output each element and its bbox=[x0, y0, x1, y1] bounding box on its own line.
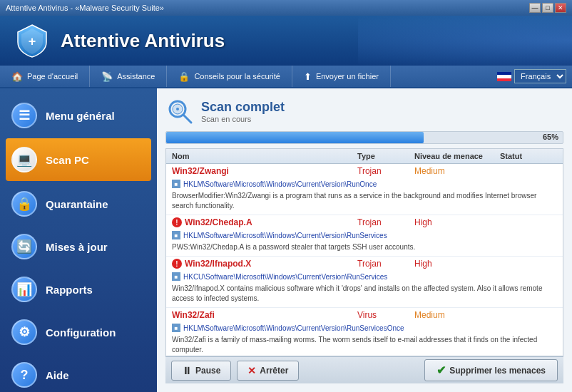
sidebar-label-updates: Mises à jour bbox=[46, 241, 108, 253]
nav-assistance-label: Assistance bbox=[117, 72, 155, 81]
registry-path: HKCU\Software\Microsoft\Windows\CurrentV… bbox=[183, 273, 387, 281]
nav-assistance[interactable]: 📡 Assistance bbox=[90, 66, 167, 87]
sidebar-label-config: Configuration bbox=[46, 326, 116, 339]
close-button[interactable]: ✕ bbox=[555, 3, 566, 13]
threat-name-row[interactable]: Win32/Zafi Virus Medium bbox=[166, 308, 563, 322]
scan-subtitle: Scan en cours bbox=[201, 115, 285, 123]
maximize-button[interactable]: □ bbox=[542, 3, 553, 13]
sidebar-item-help[interactable]: ? Aide bbox=[0, 354, 157, 392]
registry-icon: ■ bbox=[172, 231, 180, 239]
threat-level: Medium bbox=[414, 166, 500, 176]
registry-icon: ■ bbox=[172, 272, 180, 281]
threat-type: Trojan bbox=[357, 259, 414, 269]
threat-name: Win32/Zwangi bbox=[172, 166, 357, 176]
threat-level: High bbox=[414, 259, 500, 269]
window-controls: — □ ✕ bbox=[529, 3, 566, 13]
shield-icon: + bbox=[14, 23, 50, 58]
sidebar-label-help: Aide bbox=[46, 369, 69, 381]
title-bar: Attentive Antivirus - «Malware Security … bbox=[0, 0, 572, 16]
pause-icon: ⏸ bbox=[182, 365, 192, 376]
nav-home[interactable]: 🏠 Page d'accueil bbox=[0, 66, 90, 87]
threat-registry: ■ HKLM\Software\Microsoft\Windows\Curren… bbox=[166, 178, 563, 190]
menu-general-icon: ☰ bbox=[11, 103, 37, 128]
threat-table: Nom Type Niveau de menace Statut Win32/Z… bbox=[165, 148, 563, 356]
col-level: Niveau de menace bbox=[414, 152, 500, 160]
check-icon: ✔ bbox=[436, 363, 446, 377]
registry-icon: ■ bbox=[172, 324, 180, 332]
registry-path: HKLM\Software\Microsoft\Windows\CurrentV… bbox=[183, 232, 387, 239]
svg-point-4 bbox=[176, 108, 179, 110]
sidebar-item-menu-general[interactable]: ☰ Menu général bbox=[0, 94, 157, 137]
action-bar: ⏸ Pause ✕ Arrêter ✔ Supprimer les menace… bbox=[165, 356, 563, 383]
nav-send-label: Envoyer un fichier bbox=[316, 72, 379, 81]
col-status: Statut bbox=[500, 152, 557, 160]
threat-registry: ■ HKCU\Software\Microsoft\Windows\Curren… bbox=[166, 271, 563, 282]
sidebar-label-reports: Rapports bbox=[46, 284, 93, 296]
threat-name: Win32/Ifnapod.X bbox=[185, 259, 251, 269]
right-panel: Scan complet Scan en cours 65% Nom Type … bbox=[157, 88, 572, 392]
language-dropdown[interactable]: Français English bbox=[514, 69, 566, 83]
window-title: Attentive Antivirus - «Malware Security … bbox=[6, 4, 164, 12]
col-name: Nom bbox=[172, 152, 357, 160]
alert-name-group: ! Win32/Ifnapod.X bbox=[172, 259, 357, 269]
scan-title-group: Scan complet Scan en cours bbox=[201, 100, 285, 123]
reports-icon: 📊 bbox=[11, 277, 37, 302]
registry-path: HKLM\Software\Microsoft\Windows\CurrentV… bbox=[183, 324, 404, 332]
sidebar-label-quarantine: Quarantaine bbox=[46, 198, 108, 210]
table-header: Nom Type Niveau de menace Statut bbox=[166, 149, 563, 164]
config-icon: ⚙ bbox=[11, 319, 37, 345]
threat-description: Win32/Zafi is a family of mass-mailing w… bbox=[166, 334, 563, 356]
stop-button[interactable]: ✕ Arrêter bbox=[237, 361, 299, 381]
threat-name-row[interactable]: ! Win32/Ifnapod.X Trojan High bbox=[166, 257, 563, 271]
scan-header: Scan complet Scan en cours bbox=[165, 97, 563, 125]
language-selector[interactable]: Français English bbox=[491, 66, 572, 87]
scan-title: Scan complet bbox=[201, 100, 285, 115]
threat-name: Win32/Chedap.A bbox=[185, 217, 252, 227]
app-header: + Attentive Antivirus bbox=[0, 16, 572, 66]
minimize-button[interactable]: — bbox=[529, 3, 541, 13]
pause-label: Pause bbox=[195, 366, 220, 376]
threat-name-row[interactable]: Win32/Zwangi Trojan Medium bbox=[166, 164, 563, 178]
threat-registry: ■ HKLM\Software\Microsoft\Windows\Curren… bbox=[166, 322, 563, 334]
threat-registry: ■ HKLM\Software\Microsoft\Windows\Curren… bbox=[166, 229, 563, 241]
threat-type: Trojan bbox=[357, 217, 414, 227]
scan-icon bbox=[165, 97, 194, 125]
progress-label: 65% bbox=[543, 133, 558, 141]
updates-icon: 🔄 bbox=[11, 234, 37, 259]
suppress-label: Supprimer les menaces bbox=[449, 366, 546, 376]
threat-description: BrowserModifier:Win32/Zwangi is a progra… bbox=[166, 190, 563, 215]
main-content: ☰ Menu général 💻 Scan PC 🔒 Quarantaine 🔄… bbox=[0, 88, 572, 392]
stop-icon: ✕ bbox=[247, 365, 256, 376]
app-title: Attentive Antivirus bbox=[61, 30, 225, 52]
nav-send-file[interactable]: ⬆ Envoyer un fichier bbox=[292, 66, 391, 87]
nav-bar: 🏠 Page d'accueil 📡 Assistance 🔒 Conseils… bbox=[0, 66, 572, 88]
sidebar-item-reports[interactable]: 📊 Rapports bbox=[0, 268, 157, 311]
threat-description: Win32/Ifnapod.X contains malicious softw… bbox=[166, 282, 563, 307]
threat-type: Trojan bbox=[357, 166, 414, 176]
table-row: ! Win32/Ifnapod.X Trojan High ■ HKCU\Sof… bbox=[166, 257, 563, 308]
home-icon: 🏠 bbox=[11, 71, 23, 82]
upload-icon: ⬆ bbox=[304, 71, 312, 82]
sidebar-item-updates[interactable]: 🔄 Mises à jour bbox=[0, 225, 157, 268]
stop-label: Arrêter bbox=[260, 366, 288, 376]
threat-description: PWS:Win32/Chedap.A is a password stealer… bbox=[166, 241, 563, 256]
threat-name-row[interactable]: ! Win32/Chedap.A Trojan High bbox=[166, 215, 563, 229]
flag-icon bbox=[497, 72, 511, 81]
alert-name-group: ! Win32/Chedap.A bbox=[172, 217, 357, 227]
logo-group: + Attentive Antivirus bbox=[14, 23, 225, 58]
sidebar-item-scan-pc[interactable]: 💻 Scan PC bbox=[6, 138, 151, 181]
table-row: Win32/Zwangi Trojan Medium ■ HKLM\Softwa… bbox=[166, 164, 563, 215]
quarantine-icon: 🔒 bbox=[11, 191, 37, 217]
suppress-button[interactable]: ✔ Supprimer les menaces bbox=[424, 359, 558, 381]
alert-icon: ! bbox=[172, 217, 182, 227]
col-type: Type bbox=[357, 152, 414, 160]
sidebar-item-quarantine[interactable]: 🔒 Quarantaine bbox=[0, 182, 157, 225]
svg-text:+: + bbox=[29, 34, 36, 48]
nav-security-tips[interactable]: 🔒 Conseils pour la sécurité bbox=[167, 66, 292, 87]
sidebar-item-config[interactable]: ⚙ Configuration bbox=[0, 311, 157, 354]
threat-level: High bbox=[414, 217, 500, 227]
svg-line-3 bbox=[183, 115, 191, 123]
pause-button[interactable]: ⏸ Pause bbox=[171, 361, 231, 381]
sidebar-label-scan-pc: Scan PC bbox=[46, 154, 89, 166]
lock-icon: 🔒 bbox=[178, 71, 190, 82]
